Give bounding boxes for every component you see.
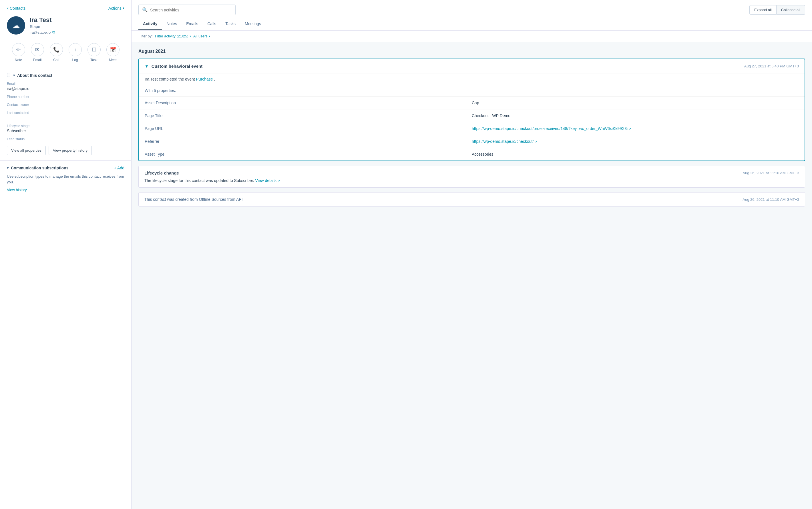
user-filter-link[interactable]: All users bbox=[193, 34, 210, 38]
expand-all-button[interactable]: Expand all bbox=[749, 5, 777, 14]
field-lead-status: Lead status bbox=[7, 137, 124, 141]
activity-filter-link[interactable]: Filter activity (21/25) bbox=[155, 34, 191, 38]
property-buttons: View all properties View property histor… bbox=[7, 146, 124, 155]
add-subscription-link[interactable]: + Add bbox=[114, 166, 124, 170]
main-header: 🔍 Expand all Collapse all Activity Notes… bbox=[131, 0, 812, 31]
behavioral-title-row: ▼ Custom behavioral event bbox=[145, 64, 202, 69]
call-label: Call bbox=[53, 58, 59, 62]
property-name-asset-type: Asset Type bbox=[145, 152, 472, 157]
phone-field-label: Phone number bbox=[7, 95, 124, 99]
comm-description: Use subscription types to manage the ema… bbox=[7, 174, 124, 185]
last-contacted-value: -- bbox=[7, 115, 124, 120]
view-all-properties-button[interactable]: View all properties bbox=[7, 146, 46, 155]
note-label: Note bbox=[15, 58, 22, 62]
contact-company: Stape bbox=[30, 24, 124, 29]
comm-section-header: ▾ Communication subscriptions + Add bbox=[7, 166, 124, 170]
call-button[interactable]: 📞 Call bbox=[50, 43, 63, 62]
comm-collapse-icon[interactable]: ▾ bbox=[7, 166, 8, 170]
actions-button[interactable]: Actions bbox=[108, 6, 124, 10]
field-phone: Phone number bbox=[7, 95, 124, 99]
behavioral-body-suffix: . bbox=[214, 77, 215, 81]
lifecycle-body-text: The lifecycle stage for this contact was… bbox=[145, 178, 255, 183]
activity-feed: August 2021 ▼ Custom behavioral event Au… bbox=[131, 42, 812, 509]
log-icon: ＋ bbox=[69, 43, 82, 56]
tab-emails[interactable]: Emails bbox=[182, 18, 203, 30]
property-name-page-title: Page Title bbox=[145, 113, 472, 118]
lifecycle-timestamp: Aug 26, 2021 at 11:10 AM GMT+3 bbox=[743, 171, 799, 175]
field-email: Email ira@stape.io bbox=[7, 82, 124, 91]
lifecycle-header: Lifecycle change Aug 26, 2021 at 11:10 A… bbox=[145, 171, 799, 175]
action-icons-row: ✏ Note ✉ Email 📞 Call ＋ Log ☐ Task 📅 Mee… bbox=[0, 40, 131, 68]
property-value-page-url: https://wp-demo.stape.io/checkout/order-… bbox=[472, 126, 799, 131]
tab-meetings[interactable]: Meetings bbox=[240, 18, 266, 30]
filter-bar: Filter by: Filter activity (21/25) All u… bbox=[131, 31, 812, 42]
task-button[interactable]: ☐ Task bbox=[88, 43, 101, 62]
tab-notes[interactable]: Notes bbox=[162, 18, 182, 30]
property-page-title: Page Title Checkout - WP Demo bbox=[139, 109, 805, 122]
log-button[interactable]: ＋ Log bbox=[69, 43, 82, 62]
collapse-all-button[interactable]: Collapse all bbox=[777, 5, 805, 14]
property-name-page-url: Page URL bbox=[145, 126, 472, 131]
meet-icon: 📅 bbox=[106, 43, 120, 56]
note-button[interactable]: ✏ Note bbox=[12, 43, 25, 62]
lead-status-label: Lead status bbox=[7, 137, 124, 141]
email-label: Email bbox=[33, 58, 41, 62]
sidebar: Contacts Actions ☁ Ira Test Stape ira@st… bbox=[0, 0, 131, 509]
created-timestamp: Aug 26, 2021 at 11:10 AM GMT+3 bbox=[743, 197, 799, 202]
view-details-link[interactable]: View details↗ bbox=[255, 178, 280, 183]
comm-title: Communication subscriptions bbox=[11, 166, 68, 170]
lifecycle-body: The lifecycle stage for this contact was… bbox=[145, 178, 799, 183]
behavioral-collapse-icon[interactable]: ▼ bbox=[145, 64, 149, 69]
contact-name: Ira Test bbox=[30, 16, 124, 24]
avatar: ☁ bbox=[7, 16, 25, 35]
search-icon: 🔍 bbox=[142, 7, 148, 12]
avatar-icon: ☁ bbox=[12, 21, 20, 30]
meet-label: Meet bbox=[109, 58, 117, 62]
tab-activity[interactable]: Activity bbox=[138, 18, 162, 30]
purchase-link[interactable]: Purchase bbox=[196, 77, 213, 81]
search-input[interactable] bbox=[150, 8, 232, 12]
email-field-value: ira@stape.io bbox=[7, 86, 124, 91]
referrer-link[interactable]: https://wp-demo.stape.io/checkout/↗ bbox=[472, 139, 537, 144]
about-section-header: ⠿ ▾ About this contact bbox=[7, 73, 124, 78]
field-lifecycle: Lifecycle stage Subscriber bbox=[7, 124, 124, 133]
about-title: About this contact bbox=[17, 73, 52, 78]
tab-tasks[interactable]: Tasks bbox=[221, 18, 240, 30]
collapse-icon[interactable]: ▾ bbox=[13, 73, 15, 77]
lifecycle-field-label: Lifecycle stage bbox=[7, 124, 124, 128]
meet-button[interactable]: 📅 Meet bbox=[106, 43, 120, 62]
properties-label: With 5 properties. bbox=[139, 86, 805, 96]
back-contacts-link[interactable]: Contacts bbox=[7, 5, 26, 11]
about-section: ⠿ ▾ About this contact Email ira@stape.i… bbox=[0, 68, 131, 160]
property-page-url: Page URL https://wp-demo.stape.io/checko… bbox=[139, 122, 805, 135]
drag-handle-icon: ⠿ bbox=[7, 73, 10, 78]
contact-info: ☁ Ira Test Stape ira@stape.io ⧉ bbox=[0, 14, 131, 40]
view-details-ext-icon: ↗ bbox=[277, 179, 280, 182]
last-contacted-label: Last contacted bbox=[7, 111, 124, 115]
behavioral-event-card: ▼ Custom behavioral event Aug 27, 2021 a… bbox=[138, 59, 805, 161]
property-value-page-title: Checkout - WP Demo bbox=[472, 113, 799, 118]
property-value-referrer: https://wp-demo.stape.io/checkout/↗ bbox=[472, 139, 799, 144]
contact-email: ira@stape.io ⧉ bbox=[30, 30, 124, 35]
field-last-contacted: Last contacted -- bbox=[7, 111, 124, 120]
email-field-label: Email bbox=[7, 82, 124, 86]
view-property-history-button[interactable]: View property history bbox=[49, 146, 92, 155]
property-asset-description: Asset Description Cap bbox=[139, 96, 805, 109]
sidebar-top-bar: Contacts Actions bbox=[0, 0, 131, 14]
behavioral-event-body: Ira Test completed the event Purchase . bbox=[139, 73, 805, 86]
field-owner: Contact owner bbox=[7, 103, 124, 107]
behavioral-event-title: Custom behavioral event bbox=[152, 64, 202, 69]
property-asset-type: Asset Type Accessories bbox=[139, 148, 805, 161]
note-icon: ✏ bbox=[12, 43, 25, 56]
behavioral-body-prefix: Ira Test completed the event bbox=[145, 77, 196, 81]
lifecycle-title: Lifecycle change bbox=[145, 171, 179, 175]
view-history-link[interactable]: View history bbox=[7, 188, 27, 192]
tab-calls[interactable]: Calls bbox=[203, 18, 221, 30]
task-icon: ☐ bbox=[88, 43, 101, 56]
page-url-link[interactable]: https://wp-demo.stape.io/checkout/order-… bbox=[472, 126, 631, 131]
email-button[interactable]: ✉ Email bbox=[31, 43, 44, 62]
month-header: August 2021 bbox=[138, 49, 805, 54]
owner-field-label: Contact owner bbox=[7, 103, 124, 107]
copy-email-icon[interactable]: ⧉ bbox=[52, 30, 55, 35]
activity-tabs: Activity Notes Emails Calls Tasks Meetin… bbox=[131, 18, 812, 30]
